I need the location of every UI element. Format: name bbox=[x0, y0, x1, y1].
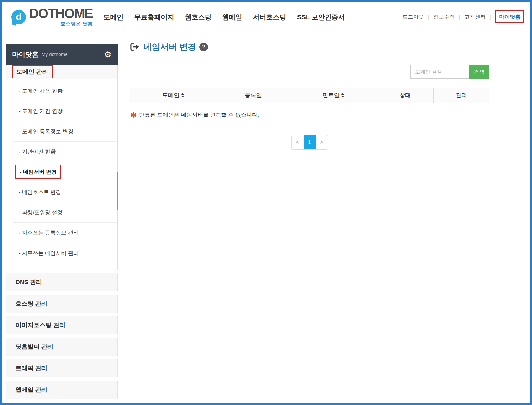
sidebar-item-domain-reginfo-change[interactable]: - 도메인 등록정보 변경 bbox=[6, 122, 117, 142]
nav-item-domain[interactable]: 도메인 bbox=[104, 13, 124, 22]
sidebar-item-frequent-nameserver[interactable]: - 자주쓰는 네임서버 관리 bbox=[6, 243, 117, 263]
notice-text: 만료된 도메인은 네임서버를 변경할 수 없습니다. bbox=[139, 111, 259, 119]
asterisk-icon bbox=[130, 112, 136, 118]
nav-item-webhosting[interactable]: 웹호스팅 bbox=[185, 13, 212, 22]
column-label: 상태 bbox=[399, 91, 411, 99]
sidebar-item-traffic-management[interactable]: 트래픽 관리 bbox=[6, 359, 118, 377]
sidebar-item-label: - 자주쓰는 등록정보 관리 bbox=[19, 229, 79, 236]
column-label: 도메인 bbox=[162, 91, 180, 99]
user-links: 로그아웃 | 정보수정 | 고객센터 | 마이닷홈 bbox=[402, 13, 521, 21]
nav-item-free-homepage[interactable]: 무료홈페이지 bbox=[134, 13, 174, 22]
dothome-logo-icon: d bbox=[11, 10, 26, 24]
sidebar-item-label: 도메인 관리 bbox=[16, 68, 48, 75]
sidebar: 마이닷홈 My dothome ⚙ 도메인 관리 - 도메인 사용 현황 - 도… bbox=[6, 44, 118, 399]
sidebar-item-parking-forwarding[interactable]: - 파킹/포워딩 설정 bbox=[6, 202, 117, 223]
sidebar-item-domain-usage[interactable]: - 도메인 사용 현황 bbox=[6, 81, 117, 101]
link-separator: | bbox=[490, 15, 491, 20]
column-header-domain[interactable]: 도메인 bbox=[130, 88, 217, 103]
help-icon[interactable]: ? bbox=[200, 43, 208, 51]
main-nav: 도메인 무료홈페이지 웹호스팅 웹메일 서버호스팅 SSL 보안인증서 bbox=[104, 13, 345, 22]
search-button[interactable]: 검색 bbox=[469, 65, 489, 79]
nav-item-webmail[interactable]: 웹메일 bbox=[222, 13, 242, 22]
sidebar-item-label: - 자주쓰는 네임서버 관리 bbox=[19, 250, 79, 257]
column-header-manage: 관리 bbox=[433, 88, 489, 103]
sidebar-item-domain-renewal[interactable]: - 도메인 기간 연장 bbox=[6, 101, 117, 122]
sidebar-item-label: - 도메인 등록정보 변경 bbox=[19, 128, 73, 135]
page-title-row: 네임서버 변경 ? bbox=[130, 40, 489, 53]
domain-search-input[interactable] bbox=[410, 65, 469, 79]
pagination-page-1[interactable]: 1 bbox=[304, 135, 316, 149]
domain-table-header: 도메인 등록일 만료일 상태 관리 bbox=[130, 88, 489, 103]
sidebar-item-domain-management[interactable]: 도메인 관리 bbox=[6, 65, 117, 79]
column-label: 관리 bbox=[456, 91, 467, 99]
column-header-expiration-date[interactable]: 만료일 bbox=[290, 88, 377, 103]
column-header-status: 상태 bbox=[377, 88, 433, 103]
sidebar-item-dothomebuilder-management[interactable]: 닷홈빌더 관리 bbox=[6, 338, 118, 356]
domain-submenu: - 도메인 사용 현황 - 도메인 기간 연장 - 도메인 등록정보 변경 - … bbox=[6, 79, 117, 270]
pagination-wrap: < 1 > bbox=[130, 135, 489, 150]
sidebar-item-label: 웹메일 관리 bbox=[16, 386, 47, 394]
mydothome-link[interactable]: 마이닷홈 bbox=[499, 14, 521, 20]
expired-domain-notice: 만료된 도메인은 네임서버를 변경할 수 없습니다. bbox=[130, 111, 489, 119]
link-separator: | bbox=[459, 15, 460, 20]
logo-text: DOTHOME 호스팅은 닷홈 bbox=[29, 7, 93, 27]
link-separator: | bbox=[428, 15, 429, 20]
column-label: 만료일 bbox=[322, 91, 339, 99]
sidebar-item-label: 닷홈빌더 관리 bbox=[16, 343, 53, 351]
sidebar-item-label: - 도메인 기간 연장 bbox=[19, 108, 63, 115]
logo-bubble-tail bbox=[12, 20, 16, 25]
annotation-box-domain-management: 도메인 관리 bbox=[12, 65, 53, 78]
logo-letter: d bbox=[16, 12, 22, 22]
sidebar-item-label: 트래픽 관리 bbox=[16, 364, 47, 372]
sidebar-item-imagehosting-management[interactable]: 이미지호스팅 관리 bbox=[6, 316, 118, 334]
sidebar-item-namehost-change[interactable]: - 네임호스트 변경 bbox=[6, 182, 117, 202]
page-title: 네임서버 변경 bbox=[143, 41, 196, 53]
sidebar-item-dns-management[interactable]: DNS 관리 bbox=[6, 273, 118, 291]
gear-icon[interactable]: ⚙ bbox=[104, 50, 111, 59]
main-content: 네임서버 변경 ? 검색 도메인 등록일 만료일 상태 관리 bbox=[130, 40, 489, 150]
sidebar-item-label: 호스팅 관리 bbox=[16, 300, 47, 308]
edit-info-link[interactable]: 정보수정 bbox=[434, 13, 455, 21]
sidebar-scrollbar-thumb[interactable] bbox=[117, 172, 118, 210]
enter-arrow-icon bbox=[130, 42, 140, 51]
top-header: d DOTHOME 호스팅은 닷홈 도메인 무료홈페이지 웹호스팅 웹메일 서버… bbox=[2, 2, 530, 32]
sidebar-title: 마이닷홈 bbox=[12, 50, 39, 59]
sidebar-item-label: - 기관이전 현황 bbox=[19, 148, 56, 155]
domain-search-bar: 검색 bbox=[130, 65, 489, 79]
sidebar-subtitle: My dothome bbox=[41, 52, 68, 57]
brand-tagline: 호스팅은 닷홈 bbox=[29, 21, 93, 27]
brand-name: DOTHOME bbox=[29, 7, 93, 20]
sidebar-item-registrar-transfer[interactable]: - 기관이전 현황 bbox=[6, 142, 117, 162]
help-glyph: ? bbox=[202, 44, 205, 50]
logout-link[interactable]: 로그아웃 bbox=[402, 13, 424, 21]
dothome-logo[interactable]: d DOTHOME 호스팅은 닷홈 bbox=[11, 7, 93, 27]
sidebar-item-label: DNS 관리 bbox=[16, 278, 42, 286]
support-link[interactable]: 고객센터 bbox=[464, 13, 486, 21]
sort-icon bbox=[341, 93, 344, 97]
sidebar-item-label: - 네임서버 변경 bbox=[20, 169, 57, 175]
domain-management-group: 도메인 관리 - 도메인 사용 현황 - 도메인 기간 연장 - 도메인 등록정… bbox=[6, 65, 118, 270]
sidebar-item-webmail-management[interactable]: 웹메일 관리 bbox=[6, 381, 118, 399]
sidebar-item-label: - 파킹/포워딩 설정 bbox=[19, 209, 63, 216]
sidebar-header: 마이닷홈 My dothome ⚙ bbox=[6, 44, 118, 65]
sidebar-item-label: - 도메인 사용 현황 bbox=[19, 87, 63, 95]
pagination-prev-button[interactable]: < bbox=[292, 135, 304, 149]
annotation-box-nameserver-change: - 네임서버 변경 bbox=[15, 165, 61, 179]
column-header-registration-date: 등록일 bbox=[217, 88, 290, 103]
annotation-box-mydothome: 마이닷홈 bbox=[495, 10, 524, 23]
pagination: < 1 > bbox=[291, 135, 328, 150]
sidebar-item-nameserver-change[interactable]: - 네임서버 변경 bbox=[6, 162, 117, 182]
sidebar-item-label: - 네임호스트 변경 bbox=[19, 189, 61, 196]
nav-item-serverhosting[interactable]: 서버호스팅 bbox=[253, 13, 286, 22]
sidebar-item-hosting-management[interactable]: 호스팅 관리 bbox=[6, 295, 118, 313]
column-label: 등록일 bbox=[245, 91, 262, 99]
nav-item-ssl[interactable]: SSL 보안인증서 bbox=[297, 13, 345, 22]
sidebar-item-frequent-reginfo[interactable]: - 자주쓰는 등록정보 관리 bbox=[6, 223, 117, 243]
pagination-next-button[interactable]: > bbox=[316, 135, 328, 149]
sidebar-item-label: 이미지호스팅 관리 bbox=[16, 321, 65, 329]
page: d DOTHOME 호스팅은 닷홈 도메인 무료홈페이지 웹호스팅 웹메일 서버… bbox=[0, 0, 532, 405]
sort-icon bbox=[181, 93, 184, 97]
